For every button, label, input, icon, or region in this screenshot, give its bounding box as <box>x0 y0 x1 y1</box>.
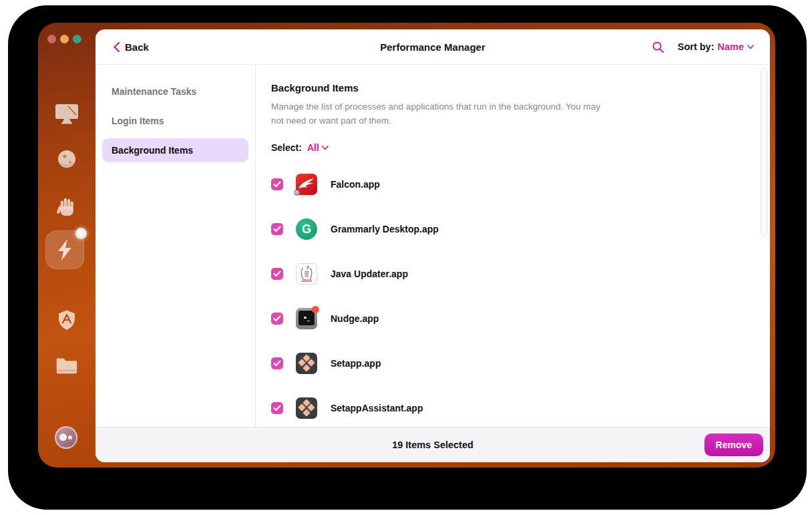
item-name: SetappAssistant.app <box>331 403 423 413</box>
footer-bar: 19 Items Selected Remove <box>95 427 770 462</box>
shield-icon <box>55 307 78 333</box>
avatar-dot-large <box>59 434 67 441</box>
sort-by-label: Sort by: <box>678 41 715 52</box>
list-item: Java Java Updater.app <box>271 251 755 296</box>
check-icon <box>273 315 281 322</box>
sidebar-item-cleanup[interactable] <box>38 102 95 126</box>
nudge-dash-glyph <box>307 321 310 322</box>
grammarly-g-glyph: G <box>302 223 311 235</box>
sidebar-rail <box>38 23 95 468</box>
grammarly-app-icon: G <box>296 218 317 240</box>
nav-item-login-items[interactable]: Login Items <box>102 109 248 133</box>
setapp-app-icon <box>296 397 317 419</box>
sort-by-value: Name <box>718 41 745 52</box>
falcon-app-icon <box>296 174 317 195</box>
app-window: Back Performance Manager Sort by: Name <box>38 23 775 468</box>
list-item: G Grammarly Desktop.app <box>271 206 755 251</box>
nudge-dot-glyph <box>304 317 307 319</box>
select-row: Select: All <box>271 142 755 153</box>
check-icon <box>273 271 281 277</box>
check-icon <box>273 181 281 188</box>
item-checkbox[interactable] <box>271 268 283 280</box>
hand-icon <box>56 194 77 217</box>
screen: Back Performance Manager Sort by: Name <box>0 0 812 515</box>
select-all-dropdown[interactable]: All <box>307 142 329 153</box>
setapp-app-icon <box>296 353 317 374</box>
svg-text:Java: Java <box>301 277 312 282</box>
item-checkbox[interactable] <box>271 357 283 369</box>
item-name: Java Updater.app <box>331 269 408 279</box>
back-button[interactable]: Back <box>113 41 149 53</box>
select-label: Select: <box>271 142 302 153</box>
item-name: Nudge.app <box>331 313 379 324</box>
item-checkbox[interactable] <box>271 223 283 235</box>
list-item: Falcon.app <box>271 162 755 206</box>
select-all-value: All <box>307 142 319 153</box>
check-icon <box>273 226 281 232</box>
selection-status: 19 Items Selected <box>95 427 770 462</box>
check-icon <box>273 405 281 411</box>
content-area: Background Items Manage the list of proc… <box>256 65 770 427</box>
item-checkbox[interactable] <box>271 178 283 190</box>
sidebar-item-applications[interactable] <box>38 307 95 333</box>
setapp-diamond <box>307 403 315 411</box>
content-description: Manage the list of processes and applica… <box>271 100 608 128</box>
java-logo-glyph: Java <box>296 264 317 284</box>
setapp-diamond <box>307 359 315 366</box>
list-item: Setapp.app <box>271 341 755 385</box>
user-avatar[interactable] <box>55 426 77 449</box>
check-icon <box>273 360 281 367</box>
chevron-left-icon <box>113 41 120 53</box>
background-items-list: Falcon.app G Grammarly Desktop.app <box>271 162 755 427</box>
nudge-screen-glyph <box>298 311 315 325</box>
search-icon[interactable] <box>652 41 664 53</box>
item-name: Setapp.app <box>331 358 381 369</box>
back-label: Back <box>125 41 149 53</box>
nav-item-background-items[interactable]: Background Items <box>102 138 248 162</box>
chevron-down-icon <box>747 45 754 49</box>
nudge-app-icon <box>296 308 317 329</box>
sidebar-item-speed-selected[interactable] <box>45 230 84 269</box>
item-checkbox[interactable] <box>271 313 283 325</box>
sphere-icon <box>56 149 77 172</box>
list-item: SetappAssistant.app <box>271 385 755 427</box>
chevron-down-icon <box>322 146 329 150</box>
sidebar-item-privacy[interactable] <box>38 194 95 218</box>
sort-by-control[interactable]: Sort by: Name <box>678 41 754 52</box>
nudge-red-badge <box>312 306 319 313</box>
item-checkbox[interactable] <box>271 402 283 414</box>
lightning-bolt-icon <box>54 238 75 262</box>
section-nav: Maintenance Tasks Login Items Background… <box>95 65 256 462</box>
item-name: Grammarly Desktop.app <box>331 224 439 234</box>
remove-button[interactable]: Remove <box>704 434 763 456</box>
list-item: Nudge.app <box>271 296 755 341</box>
main-panel: Back Performance Manager Sort by: Name <box>95 29 770 462</box>
java-app-icon: Java <box>296 263 317 285</box>
sidebar-item-system[interactable] <box>38 148 95 172</box>
scrollbar-thumb[interactable] <box>761 68 767 236</box>
item-name: Falcon.app <box>331 179 380 190</box>
nav-item-maintenance-tasks[interactable]: Maintenance Tasks <box>102 79 248 104</box>
folder-icon <box>54 354 79 375</box>
status-dot <box>294 190 300 196</box>
avatar-dot-small <box>68 436 72 440</box>
monitor-icon <box>53 102 80 125</box>
notification-dot <box>75 228 87 239</box>
sidebar-item-files[interactable] <box>38 353 95 377</box>
content-title: Background Items <box>271 82 755 94</box>
panel-header: Back Performance Manager Sort by: Name <box>95 29 770 65</box>
